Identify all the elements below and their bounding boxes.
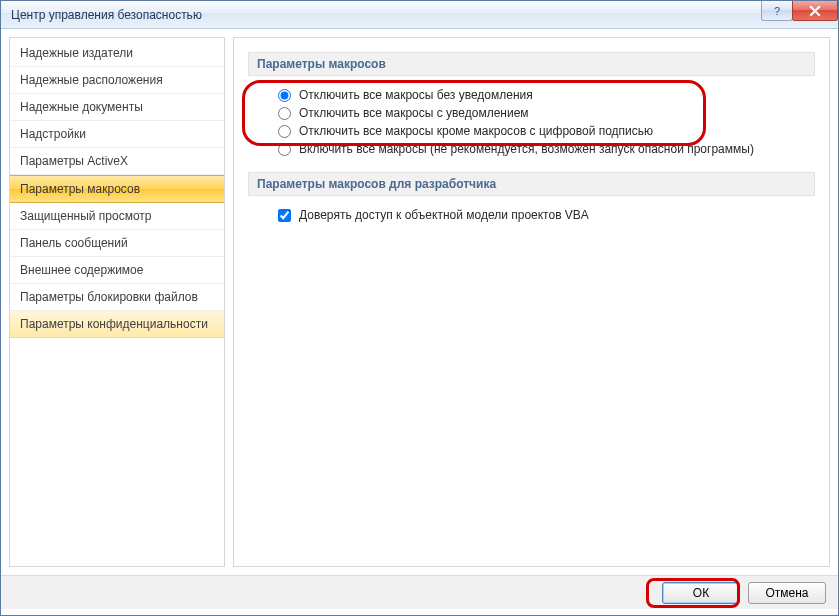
macro-options: Отключить все макросы без уведомления От…: [248, 84, 815, 168]
radio-label: Отключить все макросы с уведомлением: [299, 106, 529, 120]
sidebar-item-message-bar[interactable]: Панель сообщений: [10, 230, 224, 257]
checkbox-label: Доверять доступ к объектной модели проек…: [299, 208, 589, 222]
option-enable-all[interactable]: Включить все макросы (не рекомендуется, …: [278, 140, 815, 158]
ok-button[interactable]: ОК: [662, 582, 740, 604]
sidebar-item-trusted-publishers[interactable]: Надежные издатели: [10, 40, 224, 67]
window-title: Центр управления безопасностью: [11, 8, 202, 22]
option-disable-with-notify[interactable]: Отключить все макросы с уведомлением: [278, 104, 815, 122]
sidebar-item-macro-settings[interactable]: Параметры макросов: [10, 175, 224, 203]
option-trust-vba[interactable]: Доверять доступ к объектной модели проек…: [278, 206, 815, 224]
main-panel: Параметры макросов Отключить все макросы…: [233, 37, 830, 567]
radio-disable-with-notify[interactable]: [278, 107, 291, 120]
cancel-button[interactable]: Отмена: [748, 582, 826, 604]
help-icon: ?: [774, 5, 780, 17]
title-bar: Центр управления безопасностью ?: [1, 1, 838, 29]
sidebar: Надежные издатели Надежные расположения …: [9, 37, 225, 567]
radio-label: Включить все макросы (не рекомендуется, …: [299, 142, 754, 156]
sidebar-item-protected-view[interactable]: Защищенный просмотр: [10, 203, 224, 230]
radio-label: Отключить все макросы без уведомления: [299, 88, 533, 102]
sidebar-item-external-content[interactable]: Внешнее содержимое: [10, 257, 224, 284]
option-disable-no-notify[interactable]: Отключить все макросы без уведомления: [278, 86, 815, 104]
option-disable-except-signed[interactable]: Отключить все макросы кроме макросов с ц…: [278, 122, 815, 140]
sidebar-item-privacy[interactable]: Параметры конфиденциальности: [10, 311, 224, 338]
developer-options: Доверять доступ к объектной модели проек…: [248, 204, 815, 234]
help-button[interactable]: ?: [761, 1, 793, 21]
radio-disable-except-signed[interactable]: [278, 125, 291, 138]
sidebar-item-trusted-locations[interactable]: Надежные расположения: [10, 67, 224, 94]
sidebar-item-addins[interactable]: Надстройки: [10, 121, 224, 148]
content-area: Надежные издатели Надежные расположения …: [1, 29, 838, 575]
close-button[interactable]: [792, 1, 838, 21]
sidebar-item-file-block[interactable]: Параметры блокировки файлов: [10, 284, 224, 311]
close-icon: [809, 5, 821, 17]
checkbox-trust-vba[interactable]: [278, 209, 291, 222]
footer: ОК Отмена: [1, 575, 838, 609]
radio-label: Отключить все макросы кроме макросов с ц…: [299, 124, 653, 138]
sidebar-item-activex[interactable]: Параметры ActiveX: [10, 148, 224, 175]
group-header-macro-settings: Параметры макросов: [248, 52, 815, 76]
radio-enable-all[interactable]: [278, 143, 291, 156]
sidebar-item-trusted-documents[interactable]: Надежные документы: [10, 94, 224, 121]
group-header-developer: Параметры макросов для разработчика: [248, 172, 815, 196]
radio-disable-no-notify[interactable]: [278, 89, 291, 102]
